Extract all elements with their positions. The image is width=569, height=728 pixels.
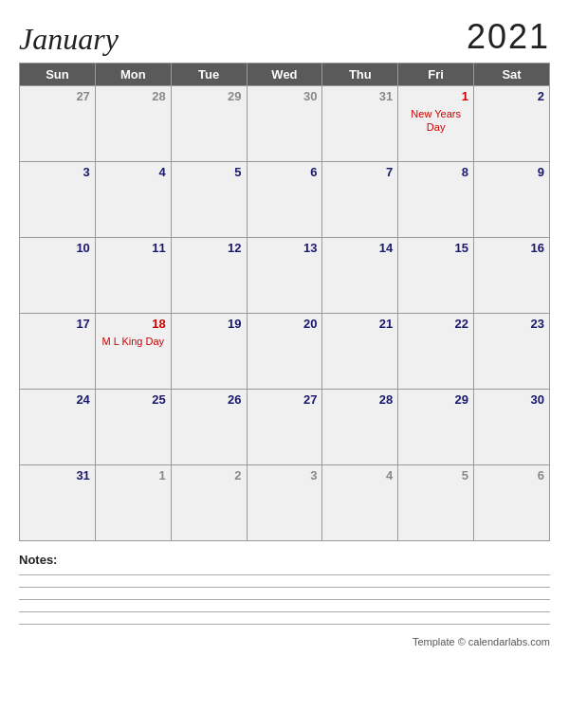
- calendar-cell: 5: [171, 162, 247, 238]
- calendar-cell: 30: [474, 390, 550, 465]
- calendar-cell: 21: [322, 314, 398, 390]
- calendar-cell: 1New Years Day: [398, 86, 474, 162]
- notes-line: [19, 587, 550, 588]
- calendar-cell: 28: [322, 390, 398, 465]
- calendar-cell: 13: [247, 238, 322, 314]
- day-number: 30: [252, 89, 318, 103]
- weekday-header-mon: Mon: [95, 64, 171, 86]
- calendar-cell: 2: [474, 86, 550, 162]
- week-row-3: 1718M L King Day1920212223: [20, 314, 550, 390]
- calendar-cell: 24: [20, 390, 96, 465]
- day-number: 4: [101, 165, 166, 179]
- calendar-cell: 23: [474, 314, 550, 390]
- notes-label: Notes:: [19, 553, 550, 567]
- day-number: 9: [479, 165, 544, 179]
- notes-line: [19, 611, 550, 612]
- calendar-cell: 20: [247, 314, 322, 390]
- day-number: 6: [479, 468, 544, 482]
- day-number: 26: [176, 392, 242, 407]
- weekday-header-sat: Sat: [474, 64, 550, 86]
- calendar-cell: 3: [20, 162, 96, 238]
- day-number: 20: [252, 317, 318, 331]
- calendar-cell: 25: [95, 390, 171, 465]
- week-row-4: 24252627282930: [20, 390, 550, 465]
- calendar-cell: 17: [20, 314, 96, 390]
- calendar-cell: 3: [247, 465, 322, 541]
- calendar-cell: 27: [247, 390, 322, 465]
- day-number: 16: [479, 241, 544, 255]
- day-number: 4: [327, 468, 393, 482]
- calendar-cell: 4: [322, 465, 398, 541]
- calendar-cell: 22: [398, 314, 474, 390]
- calendar-cell: 10: [20, 238, 96, 314]
- calendar-cell: 5: [398, 465, 474, 541]
- day-number: 1: [101, 468, 166, 482]
- calendar-cell: 29: [171, 86, 247, 162]
- holiday-label: M L King Day: [101, 335, 166, 348]
- calendar-cell: 6: [474, 465, 550, 541]
- day-number: 8: [403, 165, 468, 179]
- week-row-1: 3456789: [20, 162, 550, 238]
- day-number: 3: [252, 468, 318, 482]
- day-number: 10: [25, 241, 90, 255]
- day-number: 5: [176, 165, 242, 179]
- week-row-5: 31123456: [20, 465, 550, 541]
- weekday-header-wed: Wed: [247, 64, 322, 86]
- day-number: 3: [25, 165, 90, 179]
- calendar-cell: 15: [398, 238, 474, 314]
- day-number: 1: [403, 89, 468, 103]
- day-number: 17: [25, 317, 90, 331]
- day-number: 14: [327, 241, 393, 255]
- day-number: 29: [403, 392, 468, 407]
- holiday-label: New Years Day: [403, 107, 468, 135]
- week-row-0: 27282930311New Years Day2: [20, 86, 550, 162]
- day-number: 23: [479, 317, 544, 331]
- notes-line: [19, 599, 550, 600]
- calendar-cell: 29: [398, 390, 474, 465]
- calendar-cell: 31: [20, 465, 96, 541]
- calendar-cell: 18M L King Day: [95, 314, 171, 390]
- notes-line: [19, 624, 550, 625]
- day-number: 7: [327, 165, 393, 179]
- day-number: 31: [25, 468, 90, 482]
- calendar-cell: 7: [322, 162, 398, 238]
- day-number: 22: [403, 317, 468, 331]
- day-number: 27: [252, 392, 318, 407]
- calendar-cell: 19: [171, 314, 247, 390]
- day-number: 27: [25, 89, 90, 103]
- calendar-cell: 11: [95, 238, 171, 314]
- calendar-cell: 31: [322, 86, 398, 162]
- day-number: 6: [252, 165, 318, 179]
- calendar-header: January 2021: [19, 17, 550, 57]
- calendar-table: SunMonTueWedThuFriSat 27282930311New Yea…: [19, 63, 550, 541]
- day-number: 11: [101, 241, 166, 255]
- calendar-cell: 6: [247, 162, 322, 238]
- calendar-cell: 2: [171, 465, 247, 541]
- day-number: 5: [403, 468, 468, 482]
- notes-line: [19, 574, 550, 575]
- day-number: 28: [327, 392, 393, 407]
- day-number: 18: [101, 317, 166, 331]
- calendar-cell: 8: [398, 162, 474, 238]
- footer: Template © calendarlabs.com: [19, 636, 550, 647]
- notes-section: Notes:: [19, 553, 550, 625]
- day-number: 25: [101, 392, 166, 407]
- day-number: 28: [101, 89, 166, 103]
- day-number: 19: [176, 317, 242, 331]
- calendar-cell: 12: [171, 238, 247, 314]
- calendar-cell: 27: [20, 86, 96, 162]
- calendar-cell: 9: [474, 162, 550, 238]
- day-number: 12: [176, 241, 242, 255]
- day-number: 29: [176, 89, 242, 103]
- day-number: 24: [25, 392, 90, 407]
- calendar-cell: 4: [95, 162, 171, 238]
- weekday-header-row: SunMonTueWedThuFriSat: [20, 64, 550, 86]
- weekday-header-sun: Sun: [20, 64, 96, 86]
- weekday-header-tue: Tue: [171, 64, 247, 86]
- week-row-2: 10111213141516: [20, 238, 550, 314]
- day-number: 30: [479, 392, 544, 407]
- day-number: 13: [252, 241, 318, 255]
- day-number: 2: [176, 468, 242, 482]
- calendar-cell: 26: [171, 390, 247, 465]
- weekday-header-fri: Fri: [398, 64, 474, 86]
